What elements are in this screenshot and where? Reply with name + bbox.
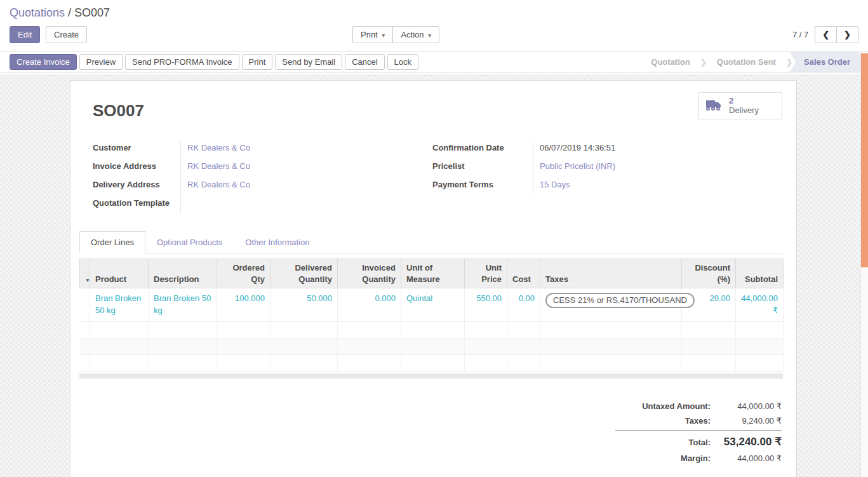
step-arrow-icon: ❯ — [700, 52, 707, 72]
quotation-template-value[interactable] — [180, 195, 432, 213]
column-header-discount[interactable]: Discount (%) — [682, 259, 736, 288]
pricelist-label: Pricelist — [432, 158, 533, 177]
print-action-group: Print ▾ Action ▾ — [352, 26, 439, 43]
customer-label: Customer — [93, 140, 180, 158]
customer-value[interactable]: RK Dealers & Co — [180, 140, 432, 158]
pager-next-button[interactable]: ❯ — [836, 26, 858, 43]
payment-terms-value[interactable]: 15 Days — [533, 177, 775, 195]
delivery-count: 2 — [729, 97, 759, 105]
invoice-address-label: Invoice Address — [93, 158, 180, 177]
margin-row: Margin: 44,000.00 ₹ — [615, 451, 782, 466]
table-header-row: ▼ Product Description Ordered Qty Delive… — [80, 259, 784, 288]
chevron-right-icon: ❯ — [844, 30, 851, 39]
sales-order-sheet: 2 Delivery SO007 Customer RK Dealers & C… — [70, 80, 797, 477]
column-header-unit-price[interactable]: Unit Price — [465, 259, 507, 288]
status-step-quotation[interactable]: Quotation — [641, 52, 700, 72]
cell-product[interactable]: Bran Broken 50 kg — [90, 288, 149, 322]
field-group-left: Customer RK Dealers & Co Invoice Address… — [93, 140, 432, 213]
margin-value: 44,000.00 ₹ — [711, 453, 782, 463]
step-arrow-icon: ❯ — [786, 52, 792, 72]
send-proforma-invoice-button[interactable]: Send PRO-FORMA Invoice — [125, 54, 239, 70]
cancel-button[interactable]: Cancel — [345, 54, 384, 70]
vertical-scrollbar[interactable] — [860, 53, 868, 477]
empty-row — [80, 321, 784, 338]
empty-row — [80, 354, 784, 371]
cell-unit-of-measure[interactable]: Quintal — [401, 288, 465, 322]
notebook-tabs: Order Lines Optional Products Other Info… — [79, 231, 782, 253]
control-panel-buttons: Edit Create Print ▾ Action ▾ 7 / 7 ❮ ❯ — [10, 26, 858, 51]
caret-down-icon: ▾ — [428, 32, 431, 39]
statusbar: Create Invoice Preview Send PRO-FORMA In… — [0, 51, 868, 72]
margin-label: Margin: — [681, 453, 711, 463]
column-header-unit-of-measure[interactable]: Unit of Measure — [401, 259, 465, 288]
order-lines-table: ▼ Product Description Ordered Qty Delive… — [79, 259, 784, 372]
confirmation-date-label: Confirmation Date — [432, 140, 533, 158]
tax-badge[interactable]: CESS 21% or RS.4170/THOUSAND — [545, 293, 695, 308]
field-groups: Customer RK Dealers & Co Invoice Address… — [93, 140, 775, 213]
column-header-subtotal[interactable]: Subtotal — [736, 259, 784, 288]
sort-caret-icon[interactable]: ▼ — [80, 259, 90, 288]
control-panel: Quotations / SO007 Edit Create Print ▾ A… — [0, 0, 868, 51]
pager: 7 / 7 ❮ ❯ — [792, 26, 858, 43]
delivery-address-value[interactable]: RK Dealers & Co — [180, 177, 432, 195]
column-header-cost[interactable]: Cost — [507, 259, 540, 288]
status-step-quotation-sent[interactable]: Quotation Sent — [707, 52, 786, 72]
confirmation-date-value: 06/07/2019 14:36:51 — [533, 140, 775, 158]
cell-subtotal[interactable]: 44,000.00 ₹ — [736, 288, 784, 322]
lock-button[interactable]: Lock — [387, 54, 418, 70]
cell-cost[interactable]: 0.00 — [507, 288, 540, 322]
preview-button[interactable]: Preview — [79, 54, 123, 70]
pricelist-value[interactable]: Public Pricelist (INR) — [533, 158, 775, 177]
taxes-value: 9,240.00 ₹ — [711, 416, 782, 426]
page-title: SO007 — [93, 101, 782, 121]
untaxed-amount-value: 44,000.00 ₹ — [711, 401, 782, 411]
print-button[interactable]: Print — [242, 54, 273, 70]
create-invoice-button[interactable]: Create Invoice — [10, 54, 77, 70]
cell-description[interactable]: Bran Broken 50 kg — [149, 288, 217, 322]
cell-taxes[interactable]: CESS 21% or RS.4170/THOUSAND — [540, 288, 682, 322]
content-area: 2 Delivery SO007 Customer RK Dealers & C… — [0, 74, 860, 477]
totals-block: Untaxed Amount: 44,000.00 ₹ Taxes: 9,240… — [615, 399, 782, 466]
caret-down-icon: ▾ — [382, 32, 385, 39]
total-value: 53,240.00 ₹ — [711, 435, 782, 448]
send-by-email-button[interactable]: Send by Email — [275, 54, 342, 70]
pager-value: 7 / 7 — [792, 30, 808, 39]
breadcrumb: Quotations / SO007 — [10, 6, 858, 20]
statusbar-buttons: Create Invoice Preview Send PRO-FORMA In… — [10, 52, 641, 72]
column-header-ordered-qty[interactable]: Ordered Qty — [217, 259, 270, 288]
status-pipeline: Quotation ❯ Quotation Sent ❯ Sales Order — [641, 52, 860, 72]
column-header-delivered-quantity[interactable]: Delivered Quantity — [270, 259, 338, 288]
delivery-label: Delivery — [729, 105, 759, 115]
status-step-sales-order[interactable]: Sales Order — [790, 52, 860, 72]
list-footer-bar — [79, 373, 783, 379]
scrollbar-thumb[interactable] — [861, 53, 868, 267]
table-row[interactable]: Bran Broken 50 kg Bran Broken 50 kg 100.… — [80, 288, 784, 322]
tab-other-information[interactable]: Other Information — [234, 231, 321, 253]
column-header-description[interactable]: Description — [149, 259, 217, 288]
quotation-template-label: Quotation Template — [93, 195, 180, 213]
delivery-smart-button[interactable]: 2 Delivery — [698, 92, 782, 119]
field-group-right: Confirmation Date 06/07/2019 14:36:51 Pr… — [432, 140, 775, 213]
cell-delivered-quantity[interactable]: 50.000 — [270, 288, 338, 322]
cell-unit-price[interactable]: 550.00 — [465, 288, 507, 322]
cell-invoiced-quantity[interactable]: 0.000 — [338, 288, 401, 322]
untaxed-amount-label: Untaxed Amount: — [642, 401, 711, 411]
edit-button[interactable]: Edit — [10, 26, 40, 43]
invoice-address-value[interactable]: RK Dealers & Co — [180, 158, 432, 177]
tab-order-lines[interactable]: Order Lines — [79, 231, 145, 253]
truck-icon — [705, 98, 723, 114]
print-dropdown[interactable]: Print ▾ — [352, 26, 392, 43]
cell-ordered-qty[interactable]: 100.000 — [217, 288, 270, 322]
pager-previous-button[interactable]: ❮ — [815, 26, 836, 43]
edit-create-group: Edit Create — [10, 26, 90, 36]
create-button[interactable]: Create — [46, 26, 87, 43]
column-header-invoiced-quantity[interactable]: Invoiced Quantity — [338, 259, 401, 288]
breadcrumb-quotations-link[interactable]: Quotations — [10, 6, 65, 19]
action-dropdown[interactable]: Action ▾ — [392, 26, 439, 43]
tab-optional-products[interactable]: Optional Products — [145, 231, 234, 253]
column-header-taxes[interactable]: Taxes — [540, 259, 682, 288]
breadcrumb-separator: / — [65, 6, 74, 19]
total-label: Total: — [689, 438, 711, 447]
column-header-product[interactable]: Product — [90, 259, 149, 288]
row-handle — [80, 288, 90, 322]
